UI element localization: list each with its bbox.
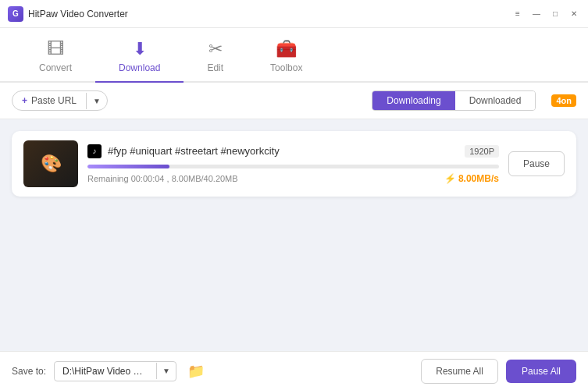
close-button[interactable]: ✕ [568,8,580,20]
info-row: Remaining 00:00:04 , 8.00MB/40.20MB ⚡ 8.… [87,173,499,184]
fon-badge: 4on [551,94,576,107]
paste-url-label: Paste URL [31,95,77,106]
tab-edit[interactable]: ✂ Edit [184,33,247,83]
tab-convert[interactable]: 🎞 Convert [16,33,95,83]
app-logo-icon: G [8,6,23,22]
resolution-badge: 1920P [465,145,499,158]
progress-row [87,165,499,168]
paste-url-main[interactable]: + Paste URL [12,91,86,110]
speed-value: 8.00MB/s [458,173,499,184]
speed-icon: ⚡ [444,173,456,184]
card-info: ♪ #fyp #uniquart #streetart #newyorkcity… [87,144,499,184]
convert-tab-icon: 🎞 [47,39,64,59]
toolbox-tab-label: Toolbox [270,62,302,73]
tab-toolbox[interactable]: 🧰 Toolbox [247,33,326,83]
app-title: HitPaw Video Converter [28,9,128,20]
toolbar: + Paste URL ▼ Downloading Downloaded 4on [0,83,588,119]
save-path-text: D:\HitPaw Video Conve... [55,362,156,381]
resume-all-button[interactable]: Resume All [421,359,498,384]
title-bar: G HitPaw Video Converter ≡ — □ ✕ [0,0,588,28]
card-title: #fyp #uniquart #streetart #newyorkcity [108,145,280,157]
edit-tab-label: Edit [207,62,223,73]
save-path-selector[interactable]: D:\HitPaw Video Conve... ▼ [54,361,176,381]
footer: Save to: D:\HitPaw Video Conve... ▼ 📁 Re… [0,351,588,390]
save-to-label: Save to: [12,366,46,377]
download-card: 🎨 ♪ #fyp #uniquart #streetart #newyorkci… [12,131,576,197]
tiktok-icon: ♪ [87,144,102,158]
tab-download[interactable]: ⬇ Download [95,33,184,83]
save-path-arrow-icon[interactable]: ▼ [156,363,176,379]
progress-bar-fill [87,165,169,168]
nav-tabs: 🎞 Convert ⬇ Download ✂ Edit 🧰 Toolbox [0,28,588,83]
download-tab-label: Download [119,62,160,73]
app-logo-area: G HitPaw Video Converter [8,6,511,22]
plus-icon: + [22,95,27,106]
convert-tab-label: Convert [39,62,72,73]
progress-bar-background [87,165,499,168]
card-title-row: ♪ #fyp #uniquart #streetart #newyorkcity… [87,144,499,158]
download-tab-icon: ⬇ [133,39,147,59]
download-status-tabs: Downloading Downloaded [372,90,536,111]
paste-url-button[interactable]: + Paste URL ▼ [12,90,108,111]
minimize-button[interactable]: — [530,8,543,20]
main-content: 🎨 ♪ #fyp #uniquart #streetart #newyorkci… [0,119,588,351]
thumbnail-image: 🎨 [23,140,78,187]
downloaded-tab-button[interactable]: Downloaded [455,91,536,110]
window-controls: ≡ — □ ✕ [511,8,580,20]
settings-button[interactable]: ≡ [511,8,524,20]
pause-all-button[interactable]: Pause All [506,360,576,383]
toolbox-tab-icon: 🧰 [276,39,297,59]
edit-tab-icon: ✂ [208,39,223,59]
maximize-button[interactable]: □ [549,8,561,20]
open-folder-button[interactable]: 📁 [184,360,208,383]
video-thumbnail: 🎨 [23,140,78,187]
speed-text: ⚡ 8.00MB/s [444,173,499,184]
remaining-text: Remaining 00:00:04 , 8.00MB/40.20MB [87,174,238,183]
downloading-tab-button[interactable]: Downloading [372,91,454,110]
pause-button[interactable]: Pause [508,151,565,176]
paste-url-dropdown[interactable]: ▼ [86,93,107,109]
